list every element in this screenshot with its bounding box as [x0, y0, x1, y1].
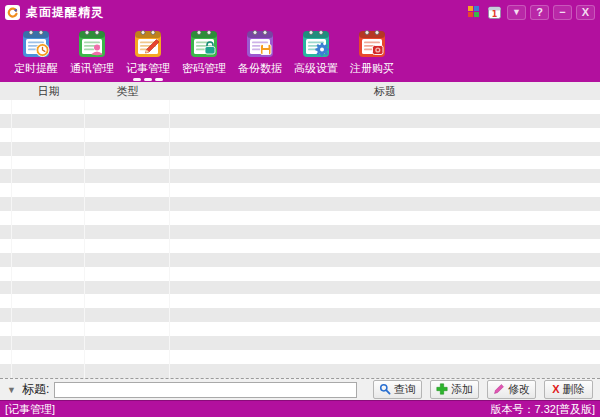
column-header-date[interactable]: 日期: [12, 84, 85, 99]
settings-notepad-icon: [300, 28, 332, 60]
delete-button[interactable]: X 删除: [544, 380, 593, 399]
tray-dropdown-button[interactable]: ▼: [507, 5, 526, 20]
search-icon: [379, 383, 391, 397]
close-button[interactable]: X: [576, 5, 595, 20]
toolbar-item-register-purchase[interactable]: 注册购买: [344, 24, 400, 76]
table-row[interactable]: [0, 281, 600, 295]
help-icon: ?: [536, 7, 543, 18]
title-bar: 桌面提醒精灵 1 ▼ ? − X: [0, 0, 600, 24]
title-filter-input[interactable]: [54, 382, 357, 398]
table-header: 日期 类型 标题: [0, 82, 600, 100]
plus-icon: [436, 383, 448, 397]
toolbar-item-timed-reminder[interactable]: 定时提醒: [8, 24, 64, 76]
table-row[interactable]: [0, 336, 600, 350]
table-row[interactable]: [0, 142, 600, 156]
toolbar-item-label: 密码管理: [182, 61, 226, 76]
purchase-notepad-icon: [356, 28, 388, 60]
table-row[interactable]: [0, 239, 600, 253]
table-body[interactable]: [0, 100, 600, 378]
table-row[interactable]: [0, 169, 600, 183]
table-row[interactable]: [0, 364, 600, 378]
table-row[interactable]: [0, 183, 600, 197]
help-button[interactable]: ?: [530, 5, 549, 20]
toolbar-item-label: 高级设置: [294, 61, 338, 76]
toolbar-item-label: 定时提醒: [14, 61, 58, 76]
status-module-label: [记事管理]: [5, 402, 55, 417]
active-tab-indicator: [133, 78, 163, 81]
column-header-title[interactable]: 标题: [170, 84, 600, 99]
skin-palette-icon[interactable]: [465, 5, 482, 20]
toolbar-item-advanced-settings[interactable]: 高级设置: [288, 24, 344, 76]
contacts-notepad-icon: [76, 28, 108, 60]
svg-text:1: 1: [492, 10, 498, 19]
timer-notepad-icon: [20, 28, 52, 60]
column-header-type[interactable]: 类型: [85, 84, 170, 99]
table-row[interactable]: [0, 211, 600, 225]
chevron-down-icon: ▼: [512, 8, 521, 17]
filter-title-label: 标题:: [22, 381, 49, 398]
table-row[interactable]: [0, 128, 600, 142]
table-row[interactable]: [0, 267, 600, 281]
backup-notepad-icon: [244, 28, 276, 60]
table-row[interactable]: [0, 322, 600, 336]
main-toolbar: 定时提醒 通讯管理: [0, 24, 600, 82]
collapse-arrow-icon[interactable]: ▼: [7, 385, 16, 395]
table-row[interactable]: [0, 294, 600, 308]
table-row[interactable]: [0, 197, 600, 211]
notes-notepad-icon: [132, 28, 164, 60]
toolbar-item-notes[interactable]: 记事管理: [120, 24, 176, 81]
table-row[interactable]: [0, 253, 600, 267]
table-row[interactable]: [0, 225, 600, 239]
status-version-label: 版本号：7.32[普及版]: [490, 402, 595, 417]
toolbar-item-backup[interactable]: 备份数据: [232, 24, 288, 76]
delete-x-icon: X: [552, 384, 559, 395]
toolbar-item-contacts[interactable]: 通讯管理: [64, 24, 120, 76]
pencil-icon: [493, 383, 505, 397]
modify-button[interactable]: 修改: [487, 380, 536, 399]
toolbar-item-label: 备份数据: [238, 61, 282, 76]
toolbar-item-label: 记事管理: [126, 61, 170, 76]
table-row[interactable]: [0, 156, 600, 170]
password-notepad-icon: [188, 28, 220, 60]
table-row[interactable]: [0, 100, 600, 114]
table-row[interactable]: [0, 308, 600, 322]
window-title: 桌面提醒精灵: [26, 4, 104, 21]
minimize-icon: −: [559, 7, 565, 18]
toolbar-item-passwords[interactable]: 密码管理: [176, 24, 232, 76]
add-button[interactable]: 添加: [430, 380, 479, 399]
filter-bar: ▼ 标题: 查询 添加 修改 X 删除: [0, 378, 600, 400]
app-logo-icon: [5, 5, 20, 20]
query-button[interactable]: 查询: [373, 380, 422, 399]
table-row[interactable]: [0, 350, 600, 364]
close-icon: X: [582, 7, 589, 18]
toolbar-item-label: 通讯管理: [70, 61, 114, 76]
minimize-button[interactable]: −: [553, 5, 572, 20]
table-row[interactable]: [0, 114, 600, 128]
status-bar: [记事管理] 版本号：7.32[普及版]: [0, 400, 600, 417]
calendar-icon[interactable]: 1: [486, 5, 503, 20]
toolbar-item-label: 注册购买: [350, 61, 394, 76]
